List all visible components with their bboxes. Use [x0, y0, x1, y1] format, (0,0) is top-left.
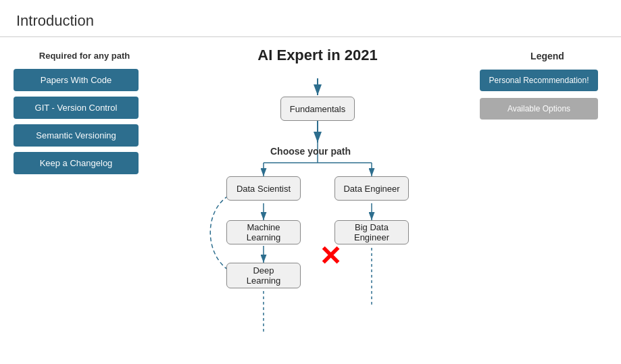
- page-header: Introduction: [0, 0, 621, 37]
- required-path-title: Required for any path: [14, 51, 155, 61]
- semantic-versioning-button[interactable]: Semantic Versioning: [14, 124, 139, 147]
- keep-changelog-button[interactable]: Keep a Changelog: [14, 152, 139, 174]
- main-content: Required for any path Papers With Code G…: [0, 44, 621, 345]
- right-panel: Legend Personal Recommendation! Availabl…: [480, 44, 615, 345]
- papers-with-code-button[interactable]: Papers With Code: [14, 69, 139, 91]
- red-x-icon: ✕: [319, 242, 342, 269]
- big-data-engineer-node[interactable]: Big Data Engineer: [334, 220, 409, 244]
- data-scientist-node[interactable]: Data Scientist: [226, 176, 301, 201]
- center-panel: AI Expert in 2021: [155, 44, 480, 345]
- legend-title: Legend: [480, 51, 615, 61]
- diagram-area: Fundamentals Choose your path Data Scien…: [155, 75, 480, 345]
- fundamentals-node[interactable]: Fundamentals: [280, 97, 355, 121]
- choose-path-label: Choose your path: [270, 145, 351, 157]
- legend-personal-recommendation: Personal Recommendation!: [480, 70, 598, 91]
- left-panel: Required for any path Papers With Code G…: [14, 44, 155, 345]
- data-engineer-node[interactable]: Data Engineer: [334, 176, 409, 201]
- page-title: Introduction: [16, 12, 605, 30]
- machine-learning-node[interactable]: Machine Learning: [226, 220, 301, 244]
- diagram-title: AI Expert in 2021: [257, 47, 377, 64]
- git-version-control-button[interactable]: GIT - Version Control: [14, 97, 139, 119]
- legend-available-options: Available Options: [480, 98, 598, 120]
- deep-learning-node[interactable]: Deep Learning: [226, 263, 301, 288]
